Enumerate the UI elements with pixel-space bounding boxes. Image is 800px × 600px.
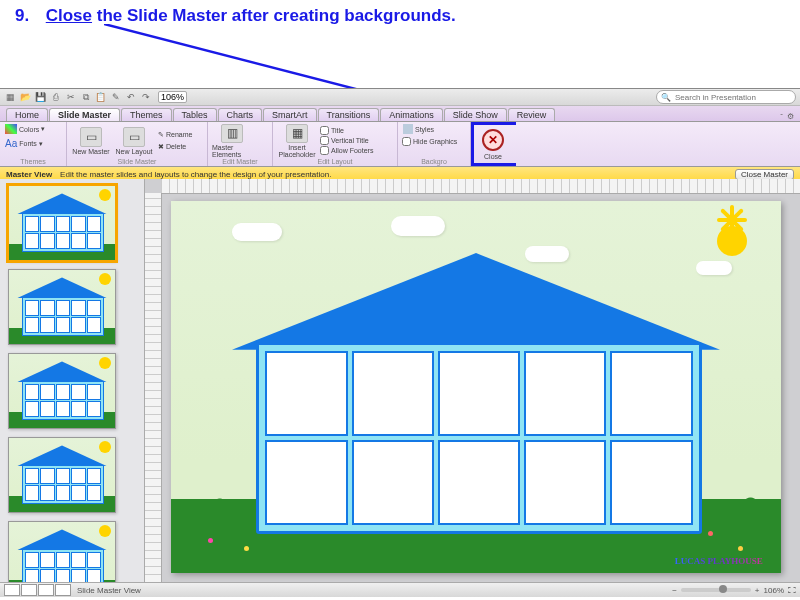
- group-background-title: Backgro: [402, 158, 466, 165]
- undo-icon[interactable]: ↶: [124, 91, 137, 104]
- canvas-area: LUCAS PLAYHOUSE: [145, 179, 800, 583]
- slide-canvas[interactable]: LUCAS PLAYHOUSE: [171, 201, 781, 573]
- chk-vertical-title[interactable]: Vertical Title: [320, 136, 373, 145]
- normal-view-icon[interactable]: [4, 584, 20, 596]
- status-mode: Slide Master View: [77, 586, 141, 595]
- format-icon[interactable]: ✎: [109, 91, 122, 104]
- ribbon-tabs: Home Slide Master Themes Tables Charts S…: [0, 106, 800, 122]
- colors-label: Colors: [19, 126, 39, 133]
- chk-title-label: Title: [331, 127, 344, 134]
- colors-button[interactable]: Colors ▾: [4, 123, 46, 135]
- thumbnail-5[interactable]: [8, 521, 116, 583]
- group-themes: Colors ▾ AaFonts ▾ Themes: [0, 122, 67, 166]
- chk-title[interactable]: Title: [320, 126, 373, 135]
- help-icon[interactable]: ⚙: [787, 112, 794, 121]
- tab-slide-show[interactable]: Slide Show: [444, 108, 507, 121]
- group-slide-master-title: Slide Master: [71, 158, 203, 165]
- quick-access-toolbar: ▦ 📂 💾 ⎙ ✂ ⧉ 📋 ✎ ↶ ↷ 106% 🔍: [0, 89, 800, 106]
- styles-button[interactable]: Styles: [402, 123, 435, 135]
- thumbnail-1[interactable]: [8, 185, 116, 261]
- collapse-icon[interactable]: ˆ: [780, 112, 783, 121]
- instruction-keyword: Close: [46, 6, 92, 25]
- rename-label: Rename: [166, 131, 192, 138]
- new-layout-label: New Layout: [116, 148, 153, 155]
- house-roof: [232, 253, 720, 350]
- new-layout-button[interactable]: ▭New Layout: [114, 124, 154, 158]
- workspace: LUCAS PLAYHOUSE: [0, 179, 800, 583]
- tab-slide-master[interactable]: Slide Master: [49, 108, 120, 121]
- powerpoint-window: ▦ 📂 💾 ⎙ ✂ ⧉ 📋 ✎ ↶ ↷ 106% 🔍 Home Slide Ma…: [0, 88, 800, 597]
- styles-label: Styles: [415, 126, 434, 133]
- copy-icon[interactable]: ⧉: [79, 91, 92, 104]
- tab-home[interactable]: Home: [6, 108, 48, 121]
- chk-vtitle-label: Vertical Title: [331, 137, 369, 144]
- zoom-toolbar[interactable]: 106%: [158, 91, 187, 103]
- chk-allow-footers[interactable]: Allow Footers: [320, 146, 373, 155]
- rename-icon: ✎: [158, 131, 164, 139]
- zoom-in-icon[interactable]: +: [755, 586, 760, 595]
- master-elements-icon: ▥: [221, 124, 243, 143]
- new-icon[interactable]: ▦: [4, 91, 17, 104]
- close-label: Close: [484, 153, 502, 160]
- slide-signature: LUCAS PLAYHOUSE: [675, 556, 763, 566]
- group-edit-layout-title: Edit Layout: [277, 158, 393, 165]
- master-elements-label: Master Elements: [212, 144, 252, 158]
- chk-footers-label: Allow Footers: [331, 147, 373, 154]
- ribbon: Colors ▾ AaFonts ▾ Themes ▭New Master ▭N…: [0, 122, 800, 167]
- hide-graphics-label: Hide Graphics: [413, 138, 457, 145]
- insert-placeholder-icon: ▦: [286, 124, 308, 143]
- chk-hide-graphics[interactable]: Hide Graphics: [402, 137, 457, 146]
- zoom-slider[interactable]: [681, 588, 751, 592]
- slideshow-view-icon[interactable]: [55, 584, 71, 596]
- master-view-label: Master View: [6, 170, 52, 179]
- master-elements-button[interactable]: ▥Master Elements: [212, 124, 252, 158]
- ruler-horizontal: [161, 179, 800, 194]
- view-buttons: [4, 584, 71, 596]
- tab-smartart[interactable]: SmartArt: [263, 108, 317, 121]
- cloud-graphic: [391, 216, 445, 236]
- close-master-view-button[interactable]: ✕ Close: [474, 125, 512, 163]
- notes-view-icon[interactable]: [38, 584, 54, 596]
- new-master-icon: ▭: [80, 127, 102, 147]
- paste-icon[interactable]: 📋: [94, 91, 107, 104]
- group-slide-master: ▭New Master ▭New Layout ✎Rename ✖Delete …: [67, 122, 208, 166]
- colors-icon: [5, 124, 17, 134]
- rename-button[interactable]: ✎Rename: [157, 130, 193, 140]
- delete-icon: ✖: [158, 143, 164, 151]
- tab-themes[interactable]: Themes: [121, 108, 172, 121]
- tab-tables[interactable]: Tables: [173, 108, 217, 121]
- redo-icon[interactable]: ↷: [139, 91, 152, 104]
- sorter-view-icon[interactable]: [21, 584, 37, 596]
- save-icon[interactable]: 💾: [34, 91, 47, 104]
- zoom-control: − + 106% ⛶: [672, 586, 796, 595]
- search-box[interactable]: 🔍: [656, 90, 796, 104]
- cut-icon[interactable]: ✂: [64, 91, 77, 104]
- print-icon[interactable]: ⎙: [49, 91, 62, 104]
- tab-transitions[interactable]: Transitions: [318, 108, 380, 121]
- open-icon[interactable]: 📂: [19, 91, 32, 104]
- tab-review[interactable]: Review: [508, 108, 556, 121]
- fonts-button[interactable]: AaFonts ▾: [4, 137, 44, 150]
- delete-button[interactable]: ✖Delete: [157, 142, 193, 152]
- thumbnail-3[interactable]: [8, 353, 116, 429]
- search-input[interactable]: [673, 92, 787, 103]
- new-master-button[interactable]: ▭New Master: [71, 124, 111, 158]
- tab-animations[interactable]: Animations: [380, 108, 443, 121]
- master-view-msg: Edit the master slides and layouts to ch…: [60, 170, 331, 179]
- zoom-out-icon[interactable]: −: [672, 586, 677, 595]
- thumbnail-2[interactable]: [8, 269, 116, 345]
- ruler-vertical: [145, 193, 162, 583]
- thumbnail-4[interactable]: [8, 437, 116, 513]
- close-master-button[interactable]: Close Master: [735, 169, 794, 180]
- tab-charts[interactable]: Charts: [218, 108, 263, 121]
- instruction-rest: the Slide Master after creating backgrou…: [92, 6, 456, 25]
- new-layout-icon: ▭: [123, 127, 145, 147]
- cloud-graphic: [525, 246, 569, 262]
- instruction-number: 9.: [15, 6, 41, 26]
- insert-placeholder-button[interactable]: ▦Insert Placeholder: [277, 124, 317, 158]
- delete-label: Delete: [166, 143, 186, 150]
- group-themes-title: Themes: [4, 158, 62, 165]
- cloud-graphic: [696, 261, 732, 275]
- slide-scene: LUCAS PLAYHOUSE: [171, 201, 781, 573]
- fit-icon[interactable]: ⛶: [788, 586, 796, 595]
